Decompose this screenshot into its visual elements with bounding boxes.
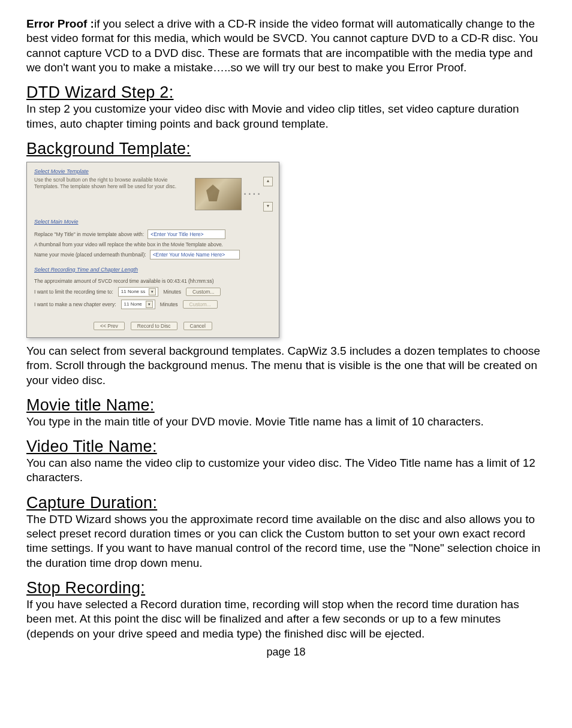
heading-capture-duration: Capture Duration: [26, 494, 546, 512]
step2-body: In step 2 you customize your video disc … [26, 102, 546, 131]
movie-title-input[interactable]: <Enter Your Title Here> [147, 229, 225, 239]
heading-video-title: Video Title Name: [26, 437, 546, 456]
record-to-disc-button[interactable]: Record to Disc [131, 322, 177, 330]
chapter-length-custom-button[interactable]: Custom... [183, 300, 218, 309]
chevron-down-icon: ▾ [146, 301, 153, 308]
heading-step2: DTD Wizard Step 2: [26, 83, 546, 102]
movie-name-label: Name your movie (placed underneath thumb… [34, 252, 146, 258]
heading-movie-title: Movie title Name: [26, 396, 546, 415]
chevron-down-icon: ▾ [149, 288, 156, 295]
panel-select-recording-time[interactable]: Select Recording Time and Chapter Length [34, 267, 138, 273]
chapter-every-label: I want to make a new chapter every: [34, 301, 116, 307]
recording-time-unit: Minutes [163, 289, 181, 295]
recording-time-dropdown[interactable]: 11 None ss ▾ [118, 287, 158, 297]
chapter-length-value: 11 None [124, 301, 142, 307]
template-thumbnail [195, 178, 242, 210]
panel-select-movie-template[interactable]: Select Movie Template [34, 168, 89, 174]
cancel-button[interactable]: Cancel [183, 322, 212, 330]
heading-stop-recording: Stop Recording: [26, 579, 546, 597]
prev-button[interactable]: << Prev [94, 322, 125, 330]
error-proof-paragraph: Error Proof :if you select a drive with … [26, 17, 546, 75]
available-time-label: The approximate amount of SVCD record ti… [34, 278, 214, 284]
background-template-body: You can select from several background t… [26, 344, 546, 388]
template-scroll-up[interactable]: ▲ [263, 177, 273, 186]
heading-background-template: Background Template: [26, 140, 546, 158]
error-proof-body: if you select a drive with a CD-R inside… [26, 17, 538, 74]
thumbnail-note: A thumbnail from your video will replace… [34, 241, 223, 247]
recording-time-value: 11 None ss [121, 289, 145, 294]
recording-time-custom-button[interactable]: Custom... [186, 288, 221, 296]
template-scroll-hint: Use the scroll button on the right to br… [34, 177, 189, 189]
limit-recording-label: I want to limit the recording time to: [34, 289, 113, 295]
video-title-body: You can also name the video clip to cust… [26, 456, 546, 485]
chapter-length-unit: Minutes [160, 301, 178, 307]
page-number: page 18 [26, 646, 546, 658]
template-scroll-down[interactable]: ▼ [263, 202, 273, 212]
dtd-wizard-dialog: Select Movie Template Use the scroll but… [26, 162, 279, 338]
thumb-nav-dots: • • • • [244, 190, 261, 198]
capture-duration-body: The DTD Wizard shows you the approximate… [26, 512, 546, 570]
chapter-length-dropdown[interactable]: 11 None ▾ [121, 300, 155, 309]
movie-name-input[interactable]: <Enter Your Movie Name Here> [150, 250, 240, 259]
panel-select-main-movie[interactable]: Select Main Movie [34, 219, 79, 225]
movie-title-body: You type in the main title of your DVD m… [26, 415, 546, 429]
stop-recording-body: If you have selected a Record duration t… [26, 597, 546, 641]
error-proof-lead: Error Proof : [26, 17, 94, 30]
replace-title-label: Replace "My Title" in movie template abo… [34, 231, 144, 237]
